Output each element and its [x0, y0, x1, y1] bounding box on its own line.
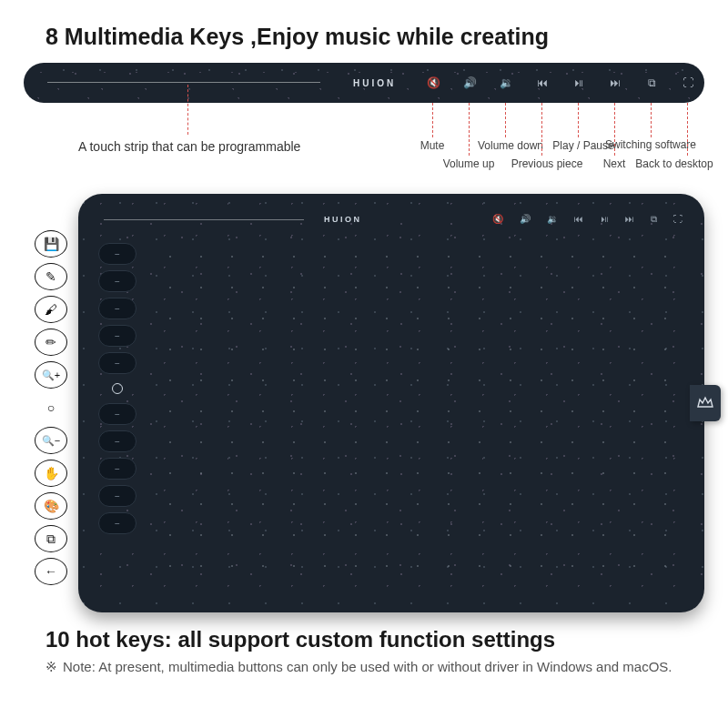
- tablet-side-tab: [690, 385, 721, 421]
- label-mute: Mute: [420, 139, 445, 152]
- hotkey-column: 💾 ✎ 🖌 ✏ 🔍+ ○ 🔍− ✋ 🎨 ⧉ ←: [35, 230, 67, 585]
- hotkey-save-icon: 💾: [35, 230, 67, 258]
- hotkey-palette-icon: 🎨: [35, 492, 67, 520]
- volume-up-icon: 🔊: [451, 76, 488, 89]
- brand-label-tablet: HUION: [324, 215, 362, 224]
- hotkey-back-icon: ←: [35, 558, 67, 585]
- leader-volume-up: [469, 103, 470, 156]
- t-mute-icon: 🔇: [492, 214, 503, 225]
- volume-down-icon: 🔉: [488, 76, 524, 89]
- hotkey-brush-icon: 🖌: [35, 296, 67, 323]
- mute-icon: 🔇: [415, 76, 451, 89]
- strip-annotations: A touch strip that can be programmable M…: [24, 103, 704, 185]
- next-icon: ⏭: [597, 76, 633, 89]
- play-pause-icon: ⏯: [561, 76, 597, 89]
- hotkey-duplicate-icon: ⧉: [35, 525, 67, 552]
- t-volume-up-icon: 🔊: [520, 214, 531, 225]
- tablet-drawing-surface: [155, 241, 686, 594]
- tablet-key-9: −: [98, 485, 136, 507]
- leader-previous: [541, 103, 542, 156]
- back-to-desktop-icon: ⛶: [670, 76, 706, 89]
- tablet-topbar: HUION 🔇 🔊 🔉 ⏮ ⏯ ⏭ ⧉ ⛶: [95, 207, 688, 232]
- hotkey-zoom-in-icon: 🔍+: [35, 361, 67, 389]
- label-switch-software: Switching software: [605, 139, 696, 151]
- tablet-key-8: −: [98, 458, 136, 480]
- hotkey-pencil-icon: ✏: [35, 329, 67, 356]
- label-next: Next: [603, 157, 626, 170]
- leader-mute: [432, 103, 433, 137]
- tablet-key-7: −: [98, 430, 136, 452]
- touch-strip-line: [47, 82, 320, 83]
- label-previous: Previous piece: [511, 157, 583, 170]
- tablet-zone: 💾 ✎ 🖌 ✏ 🔍+ ○ 🔍− ✋ 🎨 ⧉ ← HUION 🔇 🔊 🔉 ⏮ ⏯ …: [24, 194, 704, 612]
- label-volume-up: Volume up: [443, 157, 495, 170]
- tablet-ring-icon: [112, 383, 123, 394]
- tablet-hotkey-buttons: − − − − − − − − − −: [98, 243, 136, 534]
- strip-body: HUION 🔇 🔊 🔉 ⏮ ⏯ ⏭ ⧉ ⛶: [24, 63, 704, 103]
- t-next-icon: ⏭: [625, 214, 634, 225]
- hotkey-pen-icon: ✎: [35, 263, 67, 290]
- heading-multimedia: 8 Multimedia Keys ,Enjoy music while cre…: [0, 0, 728, 63]
- hotkey-zoom-out-icon: 🔍−: [35, 427, 67, 454]
- tablet-key-2: −: [98, 270, 136, 292]
- footnote: ※ Note: At present, multimedia buttons c…: [0, 654, 728, 676]
- hotkey-ring-icon: ○: [35, 394, 67, 421]
- brand-label-strip: HUION: [353, 63, 396, 103]
- strip-multimedia-icons: 🔇 🔊 🔉 ⏮ ⏯ ⏭ ⧉ ⛶: [415, 63, 706, 103]
- t-play-pause-icon: ⏯: [600, 214, 609, 225]
- tablet-key-10: −: [98, 512, 136, 534]
- top-strip-bar: HUION 🔇 🔊 🔉 ⏮ ⏯ ⏭ ⧉ ⛶: [24, 63, 704, 103]
- t-back-to-desktop-icon: ⛶: [673, 214, 682, 225]
- note-text: Note: At present, multimedia buttons can…: [63, 658, 672, 676]
- crown-icon: [696, 394, 714, 412]
- t-switch-software-icon: ⧉: [651, 214, 657, 225]
- t-previous-icon: ⏮: [574, 214, 583, 225]
- label-back-to-desktop: Back to desktop: [635, 157, 713, 170]
- previous-icon: ⏮: [524, 76, 561, 89]
- tablet-body: HUION 🔇 🔊 🔉 ⏮ ⏯ ⏭ ⧉ ⛶ − − − − − − − − − …: [78, 194, 704, 612]
- leader-switch-software: [651, 103, 652, 137]
- hotkey-hand-icon: ✋: [35, 460, 67, 487]
- tablet-key-6: −: [98, 403, 136, 425]
- tablet-key-3: −: [98, 298, 136, 319]
- subheading-hotkeys: 10 hot keys: all support custom function…: [0, 612, 728, 654]
- touch-strip-leader: [187, 85, 188, 135]
- label-volume-down: Volume down: [478, 139, 543, 152]
- tablet-key-1: −: [98, 243, 136, 265]
- tablet-touch-strip: [104, 219, 304, 220]
- switch-software-icon: ⧉: [633, 76, 670, 89]
- note-symbol: ※: [46, 658, 57, 676]
- leader-back-to-desktop: [687, 103, 688, 156]
- touch-strip-caption: A touch strip that can be programmable: [78, 139, 300, 154]
- leader-volume-down: [505, 103, 506, 137]
- tablet-key-5: −: [98, 352, 136, 374]
- leader-play-pause: [578, 103, 579, 137]
- tablet-multimedia-icons: 🔇 🔊 🔉 ⏮ ⏯ ⏭ ⧉ ⛶: [492, 214, 682, 225]
- tablet-key-4: −: [98, 325, 136, 347]
- t-volume-down-icon: 🔉: [547, 214, 558, 225]
